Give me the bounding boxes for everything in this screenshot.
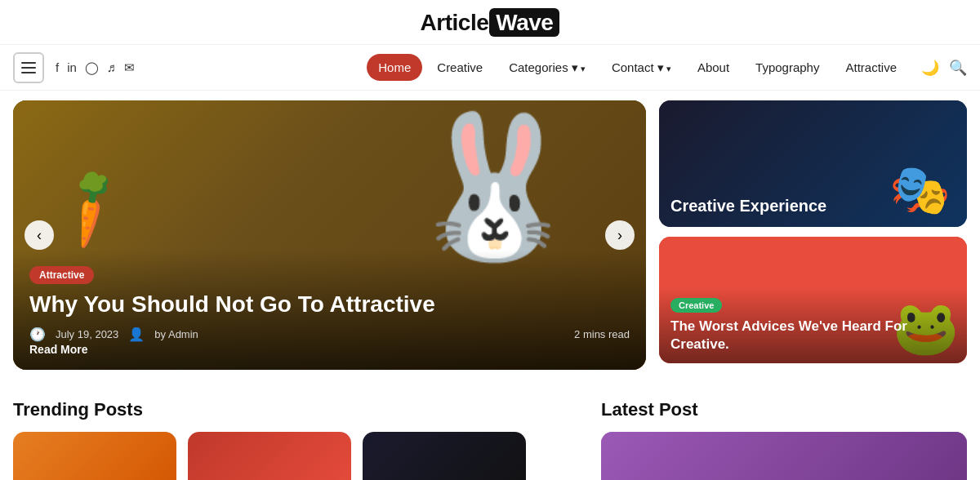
nav-item-creative[interactable]: Creative [425,54,494,81]
bottom-card-badge[interactable]: Creative [670,298,722,313]
search-button[interactable]: 🔍 [949,59,967,77]
social-icons-group: f in ◯ ♬ ✉ [56,60,135,75]
sidebar-card-top[interactable]: 🎭 Creative Experience [659,100,967,227]
hero-read-more-link[interactable]: Read More [29,343,88,356]
hero-meta-row: 🕐 July 19, 2023 👤 by Admin 2 mins read [29,327,630,342]
nav-item-contact[interactable]: Contact ▾ [600,54,683,82]
hamburger-line [21,67,36,69]
hero-date: July 19, 2023 [56,328,118,340]
nav-item-typography[interactable]: Typography [744,54,831,81]
hero-slider: 🐰 🥕 ‹ › Attractive Why You Should Not Go… [13,100,646,370]
chevron-right-icon: › [617,227,622,244]
trend-card-2[interactable]: Creative [188,432,351,480]
nav-links: Home Creative Categories ▾ Contact ▾ Abo… [367,54,908,82]
bottom-card-overlay: Creative The Worst Advices We've Heard F… [659,287,967,363]
facebook-icon[interactable]: f [56,60,59,74]
bottom-card-image: 🐸 Creative The Worst Advices We've Heard… [659,237,967,363]
user-icon: 👤 [128,327,145,342]
top-card-title: Creative Experience [670,197,826,216]
clock-icon: 🕐 [29,327,46,342]
logo-wave: Wave [489,8,559,37]
nav-item-categories[interactable]: Categories ▾ [497,54,597,82]
whatsapp-icon[interactable]: ✉ [124,60,135,75]
hero-read-time: 2 mins read [574,328,630,340]
trending-section: Trending Posts Creative Creative Attract… [13,399,568,480]
hero-next-button[interactable]: › [605,220,635,250]
nav-item-about[interactable]: About [686,54,741,81]
chevron-left-icon: ‹ [37,227,42,244]
hero-meta-left: 🕐 July 19, 2023 👤 by Admin [29,327,198,342]
hero-prev-button[interactable]: ‹ [24,220,54,250]
latest-title: Latest Post [601,399,967,420]
latest-card[interactable]: Minimal [601,432,967,480]
bottom-section: Trending Posts Creative Creative Attract… [0,383,980,480]
top-card-image: 🎭 Creative Experience [659,100,967,227]
sidebar-card-bottom[interactable]: 🐸 Creative The Worst Advices We've Heard… [659,237,967,363]
creative-figure: 🎭 [889,161,951,219]
site-logo[interactable]: ArticleWave [0,10,980,36]
nav-item-home[interactable]: Home [367,54,422,81]
hero-content-overlay: Attractive Why You Should Not Go To Attr… [13,250,646,370]
hero-author: by Admin [154,328,198,340]
nav-action-icons: 🌙 🔍 [921,59,967,77]
hamburger-line [21,62,36,64]
hamburger-line [21,72,36,73]
hero-category-badge[interactable]: Attractive [29,266,94,284]
tiktok-icon[interactable]: ♬ [107,60,116,74]
linkedin-icon[interactable]: in [67,60,77,74]
sidebar-cards: 🎭 Creative Experience 🐸 Creative The Wor… [659,100,967,370]
trending-cards: Creative Creative Attractive [13,432,568,480]
hero-title: Why You Should Not Go To Attractive [29,291,630,318]
bottom-card-title: The Worst Advices We've Heard For Creati… [670,318,956,353]
site-header: ArticleWave [0,0,980,45]
trend-card-3[interactable]: Attractive [363,432,526,480]
latest-section: Latest Post Minimal [601,399,967,480]
trend-card-1[interactable]: Creative [13,432,176,480]
trending-title: Trending Posts [13,399,568,420]
nav-item-attractive[interactable]: Attractive [834,54,908,81]
dark-mode-button[interactable]: 🌙 [921,59,939,77]
main-content: 🐰 🥕 ‹ › Attractive Why You Should Not Go… [0,91,980,383]
bunny-decoration: 🐰 [408,117,581,256]
navbar: f in ◯ ♬ ✉ Home Creative Categories ▾ Co… [0,45,980,91]
logo-main: Article [421,10,489,35]
instagram-icon[interactable]: ◯ [85,60,99,75]
hamburger-button[interactable] [13,52,44,83]
